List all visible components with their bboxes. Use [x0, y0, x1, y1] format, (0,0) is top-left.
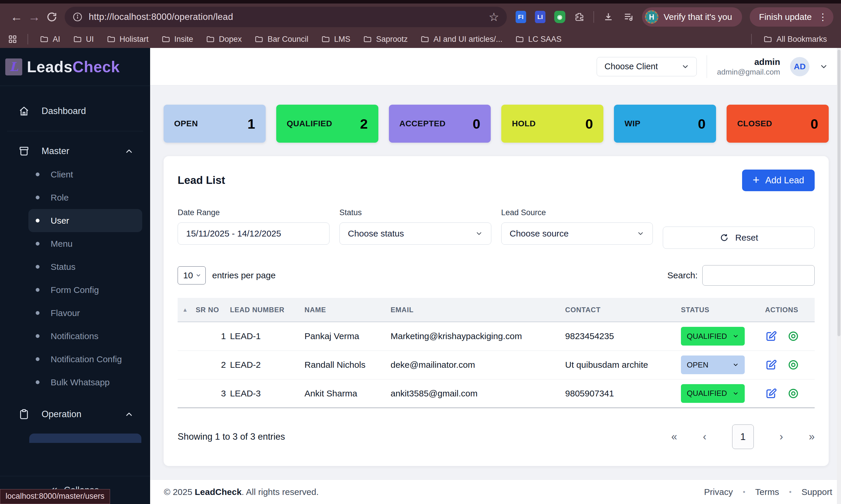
sidebar-subitem[interactable]: Flavour [0, 301, 150, 324]
bullet-icon [36, 311, 39, 315]
view-icon[interactable] [787, 359, 799, 371]
status-card: CLOSED 0 [726, 105, 829, 143]
bookmark-folder[interactable]: Bar Council [255, 35, 308, 44]
bookmark-label: Bar Council [268, 35, 308, 44]
playlist-icon[interactable] [623, 12, 634, 22]
forward-button[interactable]: → [25, 8, 43, 26]
sidebar-subitem[interactable]: Notification Config [0, 347, 150, 371]
bookmark-folder[interactable]: UI [73, 35, 94, 44]
sidebar-item-dashboard[interactable]: Dashboard [0, 100, 150, 123]
address-bar[interactable]: http://localhost:8000/operation/lead ☆ [65, 7, 507, 27]
table-header-cell[interactable]: ACTIONS [765, 298, 815, 322]
footer-link[interactable]: Support [802, 487, 832, 497]
table-header-cell[interactable]: SR NO [196, 298, 230, 322]
pagination-first-button[interactable]: « [671, 431, 677, 443]
sidebar-active-item-partial[interactable] [29, 434, 141, 443]
footer-link[interactable]: Terms [755, 487, 779, 497]
table-header-cell[interactable]: EMAIL [391, 298, 565, 322]
view-icon[interactable] [787, 330, 799, 342]
user-menu-chevron-icon[interactable] [819, 62, 828, 71]
puzzle-extensions-icon[interactable] [574, 12, 585, 22]
reload-button[interactable] [43, 8, 61, 26]
sidebar-subitem[interactable]: Menu [0, 232, 150, 255]
table-header-cell[interactable]: LEAD NUMBER [230, 298, 305, 322]
edit-icon[interactable] [765, 388, 777, 400]
bookmark-folder[interactable]: LC SAAS [515, 35, 562, 44]
bookmark-label: Dopex [219, 35, 242, 44]
status-card: WIP 0 [614, 105, 716, 143]
status-card: OPEN 1 [164, 105, 266, 143]
lead-number-cell: LEAD-1 [230, 322, 305, 350]
add-lead-button[interactable]: + Add Lead [742, 169, 815, 191]
pagination-next-button[interactable]: › [779, 431, 783, 443]
site-info-icon[interactable] [72, 12, 83, 22]
pagination-last-button[interactable]: » [809, 431, 815, 443]
bookmark-folder[interactable]: Saprootz [363, 35, 408, 44]
status-badge-select[interactable]: QUALIFIED [681, 327, 745, 345]
email-cell: Marketing@krishaypackiging.com [391, 322, 565, 350]
bookmark-star-icon[interactable]: ☆ [489, 10, 499, 24]
extension-shield-icon[interactable]: ◉ [554, 11, 565, 23]
bookmark-folder[interactable]: AI [40, 35, 60, 44]
dot-separator: • [743, 488, 745, 496]
pagination-page-1[interactable]: 1 [732, 425, 754, 449]
bookmark-folder[interactable]: LMS [321, 35, 350, 44]
table-header-cell[interactable]: STATUS [681, 298, 765, 322]
table-header-cell[interactable]: NAME [305, 298, 391, 322]
scrollbar-thumb[interactable] [838, 50, 840, 336]
status-badge-select[interactable]: OPEN [681, 356, 745, 374]
page-content: OPEN 1 QUALIFIED 2 ACCEPTED 0 HOLD [150, 85, 841, 480]
back-button[interactable]: ← [7, 8, 25, 26]
pagination-prev-button[interactable]: ‹ [703, 431, 706, 443]
reset-button[interactable]: Reset [663, 227, 815, 249]
lead-source-select[interactable]: Choose source [501, 222, 653, 245]
search-input[interactable] [702, 265, 815, 286]
app-logo[interactable]: L LeadsCheck [0, 48, 150, 86]
bookmark-folder[interactable]: AI and UI articles/... [420, 35, 502, 44]
chevron-down-icon [195, 272, 201, 278]
bookmark-folders: AI UI Holistart Insite [33, 35, 568, 44]
verify-identity-button[interactable]: H Verify that it's you [642, 7, 742, 26]
downloads-icon[interactable] [603, 12, 614, 22]
brand-name: LeadCheck [195, 487, 242, 497]
sort-icon[interactable]: ▲ [178, 298, 196, 322]
sidebar-section-operation[interactable]: Operation [0, 402, 150, 426]
status-card-label: OPEN [174, 119, 198, 128]
sidebar-subitem[interactable]: User [28, 209, 142, 232]
entries-per-page-select[interactable]: 10 [178, 266, 206, 285]
all-bookmarks[interactable]: All Bookmarks [746, 34, 834, 44]
status-filter-select[interactable]: Choose status [340, 222, 491, 245]
scrollbar[interactable] [837, 48, 841, 504]
extension-fi-icon[interactable]: FI [516, 11, 526, 23]
url-text[interactable]: http://localhost:8000/operation/lead [89, 12, 233, 22]
sidebar-subitem[interactable]: Form Config [0, 278, 150, 301]
status-badge-label: QUALIFIED [687, 332, 727, 341]
bookmark-folder[interactable]: Insite [161, 35, 193, 44]
edit-icon[interactable] [765, 330, 777, 342]
avatar[interactable]: AD [790, 57, 809, 76]
choose-client-select[interactable]: Choose Client [597, 57, 697, 76]
edit-icon[interactable] [765, 359, 777, 371]
extension-li-icon[interactable]: LI [535, 11, 546, 23]
sidebar-section-master[interactable]: Master [0, 140, 150, 163]
date-range-input[interactable]: 15/11/2025 - 14/12/2025 [178, 222, 329, 245]
footer-link[interactable]: Privacy [704, 487, 733, 497]
kebab-menu-icon[interactable]: ⋮ [817, 12, 829, 22]
sidebar-subitem[interactable]: Client [0, 163, 150, 186]
sidebar-subitem[interactable]: Role [0, 186, 150, 209]
apps-grid-icon[interactable] [7, 34, 18, 44]
status-badge-select[interactable]: QUALIFIED [681, 384, 745, 403]
view-icon[interactable] [787, 388, 799, 399]
sidebar-subitem[interactable]: Bulk Whatsapp [0, 371, 150, 394]
bookmark-folder[interactable]: Dopex [206, 35, 242, 44]
sidebar-subitem[interactable]: Status [0, 255, 150, 278]
sidebar-subitem-label: User [51, 216, 69, 226]
sidebar-subitem[interactable]: Notifications [0, 324, 150, 347]
sidebar-subitem-label: Flavour [51, 308, 80, 318]
finish-update-button[interactable]: Finish update ⋮ [750, 7, 834, 26]
status-cell: QUALIFIED [681, 322, 765, 350]
operation-label: Operation [41, 409, 81, 419]
bookmark-folder[interactable]: Holistart [107, 35, 149, 44]
table-header-cell[interactable]: CONTACT [565, 298, 681, 322]
status-card-label: WIP [624, 119, 640, 128]
